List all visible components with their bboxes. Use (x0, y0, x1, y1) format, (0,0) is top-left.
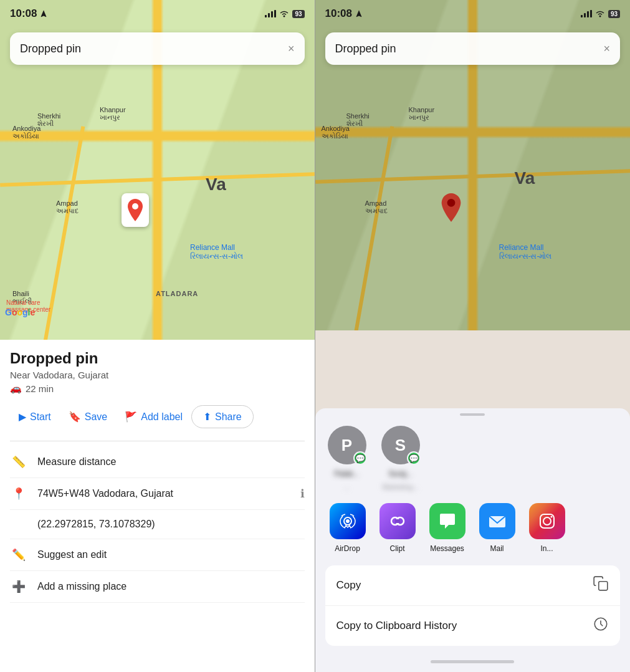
list-text-add-place: Add a missing place (37, 581, 305, 592)
action-row: ▶ Start 🔖 Save 🚩 Add label ⬆ Share (10, 405, 305, 428)
mail-icon (479, 503, 515, 539)
add-label-button[interactable]: 🚩 Add label (116, 406, 191, 428)
pin-bar-left[interactable]: Dropped pin × (10, 32, 305, 65)
left-map: Sherkhiશેરખી Khanpurખાનપુર Ankodiyaઅકોડિ… (0, 0, 315, 340)
messages-icon (429, 503, 465, 539)
svg-rect-22 (599, 582, 608, 590)
google-logo-left: Google (5, 307, 35, 317)
list-text-suggest: Suggest an edit (37, 549, 305, 560)
pin-bar-close-left[interactable]: × (288, 42, 295, 55)
clipboard-history-icon (593, 616, 609, 636)
clipt-icon (379, 503, 416, 539)
share-button[interactable]: ⬆ Share (191, 405, 254, 428)
pin-bar-title-right: Dropped pin (335, 42, 396, 55)
instagram-label: In... (540, 544, 553, 553)
map-label-ampad-r: Ampadઅમપાદ (365, 199, 388, 215)
clipt-label: Clipt (389, 544, 404, 553)
home-bar (431, 660, 514, 663)
instagram-icon (529, 503, 565, 539)
map-label-sherkhi: Sherkhiશેરખી (37, 112, 60, 128)
svg-point-5 (132, 203, 138, 209)
svg-point-14 (346, 519, 350, 523)
left-panel: Sherkhiશેરખી Khanpurખાનપુર Ankodiyaઅકોડિ… (0, 0, 315, 672)
contact-avatar-s: S 💬 (381, 426, 420, 464)
status-icons-left: 93 (265, 10, 304, 18)
home-indicator-right (315, 651, 631, 672)
signal-icon-right (581, 10, 592, 17)
location-title: Dropped pin (10, 350, 305, 367)
svg-point-21 (550, 516, 552, 518)
list-item-pluscode[interactable]: 📍 74W5+W48 Vadodara, Gujarat ℹ (10, 478, 305, 510)
time-left: 10:08 (10, 7, 48, 20)
location-pin-icon: 📍 (10, 487, 27, 501)
contacts-row: P 💬 Palak... ... S 💬 Suraj... Marketing.… (315, 426, 631, 503)
right-panel: Sherkhiશેરખી Khanpurખાનપુર Ankodiyaઅકોડિ… (315, 0, 631, 672)
clock-svg (593, 616, 609, 632)
status-bar-left: 10:08 93 (0, 0, 315, 27)
divider (10, 441, 305, 441)
contact-item-s[interactable]: S 💬 Suraj... Marketing... (381, 426, 420, 491)
wifi-icon-right (595, 10, 605, 17)
app-item-mail[interactable]: Mail (475, 503, 520, 553)
map-pin-right (440, 193, 462, 224)
svg-rect-17 (395, 519, 400, 523)
list-item-suggest[interactable]: ✏️ Suggest an edit (10, 539, 305, 571)
list-text-pluscode: 74W5+W48 Vadodara, Gujarat (37, 488, 290, 499)
map-label-atladara: ATLADARA (156, 290, 198, 297)
app-item-clipt[interactable]: Clipt (375, 503, 420, 553)
mail-label: Mail (490, 544, 504, 553)
pin-bar-close-right[interactable]: × (603, 42, 610, 55)
copy-action[interactable]: Copy (325, 565, 621, 605)
list-item-measure[interactable]: 📏 Measure distance (10, 446, 305, 478)
map-label-va-r: Va (515, 168, 535, 188)
status-icons-right: 93 (581, 10, 620, 18)
clipboard-history-action[interactable]: Copy to Clipboard History (325, 605, 621, 646)
svg-rect-1 (268, 13, 270, 17)
pin-svg-right (440, 193, 462, 222)
contact-badge-p: 💬 (353, 451, 367, 465)
info-icon[interactable]: ℹ (300, 487, 305, 501)
pencil-icon: ✏️ (10, 548, 27, 562)
svg-point-10 (599, 16, 601, 17)
bookmark-icon: 🔖 (69, 411, 81, 423)
svg-point-4 (284, 16, 285, 17)
car-icon: 🚗 (10, 383, 22, 394)
instagram-svg (537, 511, 557, 531)
save-button[interactable]: 🔖 Save (60, 406, 116, 428)
map-label-va: Va (206, 175, 226, 194)
add-place-icon: ➕ (10, 580, 27, 593)
map-label-sherkhi-r: Sherkhiશેરખી (346, 112, 370, 128)
contact-avatar-p: P 💬 (328, 426, 366, 464)
contact-name-s: Suraj... (388, 469, 412, 478)
airdrop-svg (338, 511, 358, 531)
map-label-khanpur-r: Khanpurખાનપુર (409, 106, 435, 122)
location-subtitle: Near Vadodara, Gujarat (10, 370, 305, 380)
airdrop-label: AirDrop (335, 544, 360, 553)
airdrop-icon (330, 503, 366, 539)
action-rows: Copy Copy to Clipboard History (325, 565, 621, 646)
contact-sub-s: Marketing... (383, 483, 418, 491)
list-text-coords: (22.2972815, 73.1078329) (37, 519, 305, 530)
contact-sub-p: ... (344, 483, 350, 491)
start-icon: ▶ (19, 411, 26, 423)
app-item-instagram[interactable]: In... (525, 503, 570, 553)
signal-icon-left (265, 10, 276, 17)
map-label-reliance-r: Reliance Mallરિલાયન્સ-સ-મોલ (499, 243, 552, 261)
app-item-messages[interactable]: Messages (425, 503, 470, 553)
mail-svg (487, 511, 507, 531)
contact-name-p: Palak... (334, 469, 359, 478)
app-item-airdrop[interactable]: AirDrop (325, 503, 370, 553)
pin-bar-right[interactable]: Dropped pin × (325, 32, 621, 65)
contact-item-p[interactable]: P 💬 Palak... ... (328, 426, 366, 491)
apps-row: AirDrop Clipt (315, 503, 631, 565)
copy-label: Copy (336, 579, 361, 592)
bottom-sheet-left: Dropped pin Near Vadodara, Gujarat 🚗 22 … (0, 340, 315, 672)
map-label-khanpur: Khanpurખાનપુર (100, 106, 126, 122)
location-arrow-icon-right (355, 9, 363, 18)
start-button[interactable]: ▶ Start (10, 406, 60, 428)
svg-rect-7 (584, 13, 586, 17)
list-item-add-place[interactable]: ➕ Add a missing place (10, 571, 305, 603)
time-right: 10:08 (325, 7, 363, 20)
map-label-ankodiya: Ankodiyaઅકોડિયા (12, 125, 41, 140)
map-pin-left (122, 193, 149, 227)
